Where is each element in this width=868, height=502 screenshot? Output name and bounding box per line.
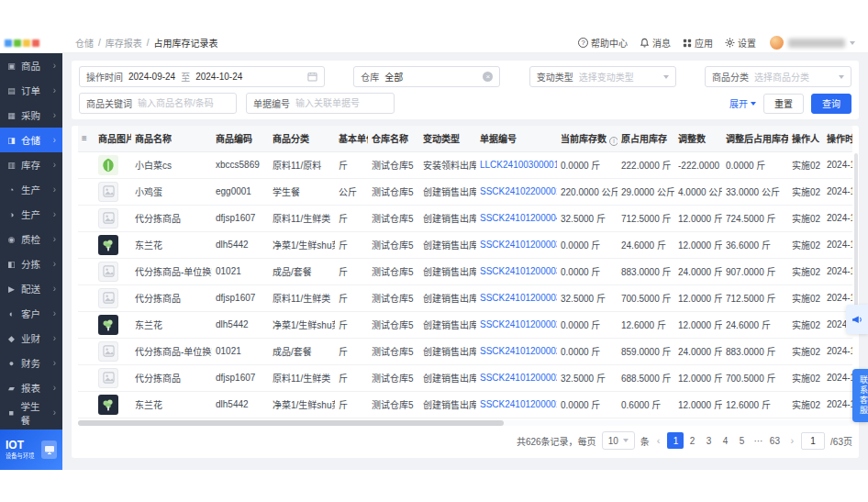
column-header-product-image[interactable]: 商品图片	[95, 126, 131, 151]
column-header-operator[interactable]: 操作人	[788, 126, 823, 151]
change-type-select[interactable]: 变动类型 选择变动类型	[529, 66, 676, 87]
doc-no-link[interactable]: SSCK24101200003	[480, 266, 557, 276]
doc-no-link[interactable]: SSCK24101200002	[480, 346, 557, 356]
cell-product-image	[95, 258, 131, 284]
date-from-value[interactable]: 2024-09-24	[128, 72, 175, 82]
user-avatar[interactable]	[770, 36, 784, 50]
sidebar-item-13[interactable]: ▰报表›	[0, 375, 62, 400]
page-number-3[interactable]: 3	[700, 432, 717, 449]
apps-button[interactable]: 应用	[679, 36, 717, 50]
column-header-doc-no[interactable]: 单据编号	[476, 126, 557, 151]
cell-adjustment: 12.0000 斤	[674, 231, 722, 258]
column-header-product-code[interactable]: 商品编码	[212, 126, 269, 151]
column-header-adjustment[interactable]: 调整数	[674, 126, 722, 151]
reset-button[interactable]: 重置	[763, 94, 804, 114]
doc-no-link[interactable]: SSCK24101200002	[480, 319, 557, 329]
column-header-warehouse-name[interactable]: 仓库名称	[368, 126, 419, 151]
sidebar-item-10[interactable]: ◐客户›	[0, 301, 62, 326]
sidebar-item-1[interactable]: ▤订单›	[0, 78, 62, 103]
product-keyword-field[interactable]: 商品关键词	[79, 93, 237, 114]
cell-warehouse-name: 测试仓库5	[368, 338, 419, 364]
page-number-1[interactable]: 1	[667, 432, 684, 449]
contact-service-tab[interactable]: 联系客服	[852, 369, 868, 422]
cell-product-name: 代分拣商品	[131, 284, 212, 311]
column-header-product-name[interactable]: 商品名称	[131, 126, 212, 151]
clear-icon[interactable]: ×	[483, 72, 493, 82]
column-header-base-unit[interactable]: 基本单位	[335, 126, 368, 151]
sidebar-item-3[interactable]: ◨仓储›	[0, 128, 62, 152]
sidebar-item-4[interactable]: ▥库存›	[0, 152, 62, 177]
sidebar-item-2[interactable]: ▦采购›	[0, 103, 62, 128]
column-header-current-stock[interactable]: 当前库存数i	[557, 126, 618, 151]
sidebar-item-7[interactable]: ◉质检›	[0, 227, 62, 251]
horizontal-scrollbar-thumb[interactable]	[78, 420, 504, 426]
breadcrumb-warehouse[interactable]: 仓储	[75, 36, 94, 50]
sidebar-item-label: 采购	[21, 108, 40, 122]
cell-product-name: 代分拣商品-单位换算	[131, 338, 212, 364]
cell-base-unit: 斤	[335, 205, 368, 231]
cell-warehouse-name: 测试仓库5	[368, 391, 419, 418]
column-header-op-time[interactable]: 操作时间	[823, 126, 852, 151]
product-category-select[interactable]: 商品分类 选择商品分类	[705, 66, 851, 87]
cell-adjustment: -222.0000 斤	[674, 151, 722, 178]
doc-no-field[interactable]: 单据编号	[246, 93, 395, 114]
sidebar-item-0[interactable]: ▣商品›	[0, 53, 62, 78]
cell-warehouse-name: 测试仓库5	[368, 284, 419, 311]
cell-doc-no: SSCK24101200001	[476, 391, 557, 418]
cell-base-unit: 斤	[335, 231, 368, 258]
cell-change-type: 创建销售出库	[419, 311, 476, 338]
messages-button[interactable]: 消息	[636, 36, 674, 50]
doc-no-link[interactable]: SSCK24102200001	[480, 186, 557, 196]
operation-time-range-picker[interactable]: 操作时间 2024-09-24 至 2024-10-24	[79, 66, 325, 87]
page-number-5[interactable]: 5	[733, 432, 750, 449]
cell-product-name: 代分拣商品	[131, 205, 212, 231]
sidebar-item-11[interactable]: ◆业财›	[0, 326, 62, 351]
column-header-product-category[interactable]: 商品分类	[269, 126, 335, 151]
sidebar-item-12[interactable]: ●财务›	[0, 351, 62, 375]
doc-no-link[interactable]: SSCK24101200002	[480, 373, 557, 383]
doc-no-input[interactable]	[295, 98, 387, 108]
warehouse-select[interactable]: 仓库 全部 ×	[353, 66, 500, 87]
sidebar-item-6[interactable]: ◑生产›	[0, 202, 62, 227]
app-logo	[0, 39, 62, 47]
column-header-occupied-before[interactable]: 原占用库存	[618, 126, 674, 151]
iot-panel[interactable]: IOT 设备与环境	[0, 429, 62, 470]
search-button[interactable]: 查询	[811, 94, 851, 114]
cell-product-name: 小白菜cs	[131, 151, 212, 178]
cell-product-image	[95, 338, 131, 364]
horizontal-scrollbar[interactable]	[78, 420, 852, 426]
page-number-2[interactable]: 2	[684, 432, 700, 449]
sidebar-item-5[interactable]: ◔生产›	[0, 177, 62, 202]
chevron-right-icon: ›	[53, 234, 56, 244]
cell-row-select	[78, 178, 95, 205]
doc-no-link[interactable]: SSCK24101200004	[480, 213, 557, 223]
info-icon[interactable]: i	[609, 137, 618, 146]
next-page-button[interactable]: ›	[788, 435, 796, 446]
cell-occupied-before: 700.5000 斤	[618, 284, 674, 311]
vertical-scrollbar[interactable]	[854, 153, 858, 328]
column-header-occupied-after[interactable]: 调整后占用库存	[722, 126, 788, 151]
product-keyword-input[interactable]	[138, 98, 229, 108]
page-jump-input[interactable]	[801, 432, 825, 450]
sidebar-item-8[interactable]: ◧分拣›	[0, 251, 62, 276]
date-to-value[interactable]: 2024-10-24	[195, 72, 242, 82]
announcement-widget[interactable]	[846, 305, 868, 334]
breadcrumb-stock-report[interactable]: 库存报表	[106, 36, 142, 50]
prev-page-button[interactable]: ‹	[655, 435, 662, 446]
column-select[interactable]: ≡	[78, 126, 95, 151]
page-number-4[interactable]: 4	[717, 432, 733, 449]
doc-no-link[interactable]: SSCK24101200003	[480, 240, 557, 250]
page-size-select[interactable]: 10	[602, 431, 635, 450]
sidebar-item-9[interactable]: ▶配送›	[0, 276, 62, 301]
doc-no-link[interactable]: SSCK24101200003	[480, 293, 557, 303]
expand-filters-link[interactable]: 展开	[729, 96, 756, 110]
user-menu-caret-icon[interactable]	[850, 41, 855, 45]
help-center-button[interactable]: ? 帮助中心	[574, 36, 631, 50]
sidebar-item-14[interactable]: ■学生餐›	[0, 400, 62, 425]
doc-no-link[interactable]: SSCK24101200001	[480, 399, 557, 409]
doc-no-link[interactable]: LLCK24100300001	[480, 160, 557, 170]
column-header-change-type[interactable]: 变动类型	[419, 126, 476, 151]
settings-button[interactable]: 设置	[721, 36, 760, 50]
page-number-63[interactable]: 63	[766, 432, 783, 449]
cell-warehouse-name: 测试仓库5	[368, 205, 419, 231]
